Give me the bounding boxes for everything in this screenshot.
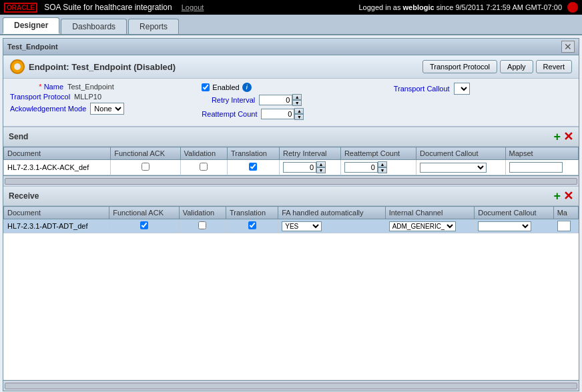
send-document-callout-select[interactable] xyxy=(420,163,487,173)
retry-interval-spinner: ▲ ▼ xyxy=(259,94,302,106)
receive-translation-checkbox[interactable] xyxy=(248,221,256,229)
send-mapset-input[interactable] xyxy=(509,162,563,173)
top-right-info: Logged in as weblogic since 9/5/2011 7:2… xyxy=(358,2,578,13)
send-table-container: Document Functional ACK Validation Trans… xyxy=(3,147,579,175)
send-col-mapset: Mapset xyxy=(505,147,578,160)
receive-col-translation: Translation xyxy=(226,207,278,219)
form-col-3: Transport Callout xyxy=(394,83,572,122)
send-hscroll-bar[interactable] xyxy=(5,178,577,185)
receive-table-container: Document Functional ACK Validation Trans… xyxy=(3,206,579,380)
send-col-functional-ack: Functional ACK xyxy=(111,147,180,160)
gear-icon xyxy=(10,59,25,74)
receive-mapset-input[interactable] xyxy=(557,221,571,231)
receive-row-translation xyxy=(226,219,278,233)
send-row-validation xyxy=(180,160,227,175)
receive-section-title: Receive xyxy=(9,191,39,201)
retry-interval-label: Retry Interval xyxy=(202,96,255,104)
receive-row-validation xyxy=(179,219,226,233)
receive-hscroll-bar[interactable] xyxy=(5,383,577,389)
endpoint-title-text: Endpoint: Test_Endpoint (Disabled) xyxy=(29,62,176,72)
send-validation-checkbox[interactable] xyxy=(200,163,208,171)
send-reattempt-count-btns: ▲ ▼ xyxy=(378,161,387,173)
transport-callout-row: Transport Callout xyxy=(394,83,572,95)
receive-section: Receive + ✕ Document Functional ACK Vali… xyxy=(3,186,579,391)
receive-row-functional-ack xyxy=(109,219,179,233)
nav-tabs: Designer Dashboards Reports xyxy=(0,15,582,35)
logout-link[interactable]: Logout xyxy=(182,3,204,11)
receive-validation-checkbox[interactable] xyxy=(198,221,206,229)
sections-container: Send + ✕ Document Functional ACK Validat… xyxy=(3,127,579,391)
form-col-2: Enabled i Retry Interval ▲ ▼ Rea xyxy=(202,83,380,122)
enabled-check-group: Enabled i xyxy=(202,83,251,92)
tab-dashboards[interactable]: Dashboards xyxy=(61,19,127,34)
receive-table: Document Functional ACK Validation Trans… xyxy=(3,206,579,233)
login-info: Logged in as weblogic since 9/5/2011 7:2… xyxy=(358,3,562,11)
ack-mode-label: Ackowledgement Mode xyxy=(10,105,86,113)
main-content: Test_Endpoint ✕ Endpoint: Test_Endpoint … xyxy=(0,35,582,392)
send-retry-up-button[interactable]: ▲ xyxy=(316,161,326,167)
transport-protocol-row: Transport Protocol MLLP10 xyxy=(10,93,188,101)
form-area: Name Test_Endpoint Transport Protocol ML… xyxy=(3,79,579,127)
enabled-label: Enabled xyxy=(212,83,239,91)
panel-titlebar: Test_Endpoint ✕ xyxy=(3,39,579,55)
receive-table-row: HL7-2.3.1-ADT-ADT_def YES NO xyxy=(4,219,579,233)
name-row: Name Test_Endpoint xyxy=(10,83,188,91)
receive-document-callout-select[interactable] xyxy=(478,221,531,231)
send-retry-down-button[interactable]: ▼ xyxy=(316,167,326,173)
send-section-header: Send + ✕ xyxy=(3,127,579,147)
send-row-mapset xyxy=(505,160,578,175)
transport-callout-select[interactable] xyxy=(454,83,470,95)
status-indicator-icon xyxy=(567,2,578,13)
receive-internal-channel-select[interactable]: ADM_GENERIC_AI xyxy=(389,221,456,231)
tab-designer[interactable]: Designer xyxy=(3,17,59,34)
send-translation-checkbox[interactable] xyxy=(249,163,257,171)
ack-mode-select[interactable]: None xyxy=(90,103,124,115)
enabled-checkbox[interactable] xyxy=(202,83,210,91)
reattempt-count-down-button[interactable]: ▼ xyxy=(294,114,304,120)
send-reattempt-up-button[interactable]: ▲ xyxy=(378,161,387,167)
retry-interval-up-button[interactable]: ▲ xyxy=(292,94,302,100)
send-row-document: HL7-2.3.1-ACK-ACK_def xyxy=(4,160,111,175)
send-reattempt-count-input[interactable] xyxy=(344,162,378,173)
receive-fa-handled-select[interactable]: YES NO xyxy=(282,221,322,231)
send-row-translation xyxy=(227,160,279,175)
oracle-logo: ORACLE SOA Suite for healthcare integrat… xyxy=(4,3,204,13)
send-hscroll-area[interactable] xyxy=(3,175,579,186)
send-functional-ack-checkbox[interactable] xyxy=(141,163,150,171)
gear-inner-icon xyxy=(14,63,21,70)
send-remove-icon[interactable]: ✕ xyxy=(563,129,573,144)
name-value: Test_Endpoint xyxy=(67,83,114,91)
receive-col-functional-ack: Functional ACK xyxy=(109,207,179,219)
send-row-reattempt-count: ▲ ▼ xyxy=(340,160,416,175)
tab-reports[interactable]: Reports xyxy=(128,19,179,34)
retry-interval-spinner-btns: ▲ ▼ xyxy=(292,94,302,106)
receive-col-document-callout: Document Callout xyxy=(475,207,553,219)
send-row-functional-ack xyxy=(111,160,180,175)
reattempt-count-input[interactable] xyxy=(261,109,294,119)
transport-protocol-button[interactable]: Transport Protocol xyxy=(422,60,497,73)
app-title: SOA Suite for healthcare integration xyxy=(44,3,172,12)
endpoint-action-buttons: Transport Protocol Apply Revert xyxy=(422,60,572,73)
revert-button[interactable]: Revert xyxy=(536,60,572,73)
enabled-row: Enabled i xyxy=(202,83,380,92)
name-label: Name xyxy=(10,83,63,91)
apply-button[interactable]: Apply xyxy=(500,60,533,73)
send-section: Send + ✕ Document Functional ACK Validat… xyxy=(3,127,579,186)
retry-interval-row: Retry Interval ▲ ▼ xyxy=(202,94,380,106)
info-icon[interactable]: i xyxy=(242,83,252,92)
receive-hscroll-area[interactable] xyxy=(3,380,579,391)
receive-functional-ack-checkbox[interactable] xyxy=(140,221,148,229)
send-retry-interval-input[interactable] xyxy=(283,162,316,173)
receive-add-icon[interactable]: + xyxy=(553,189,561,203)
retry-interval-down-button[interactable]: ▼ xyxy=(292,100,302,106)
endpoint-header: Endpoint: Test_Endpoint (Disabled) Trans… xyxy=(3,55,579,79)
reattempt-count-spinner-btns: ▲ ▼ xyxy=(294,108,304,120)
send-reattempt-down-button[interactable]: ▼ xyxy=(378,167,387,173)
receive-remove-icon[interactable]: ✕ xyxy=(563,189,573,203)
panel-close-button[interactable]: ✕ xyxy=(561,41,575,53)
reattempt-count-up-button[interactable]: ▲ xyxy=(294,108,304,114)
send-table: Document Functional ACK Validation Trans… xyxy=(3,147,579,175)
oracle-box-icon: ORACLE xyxy=(4,3,37,13)
retry-interval-input[interactable] xyxy=(259,95,292,105)
send-add-icon[interactable]: + xyxy=(553,130,561,144)
